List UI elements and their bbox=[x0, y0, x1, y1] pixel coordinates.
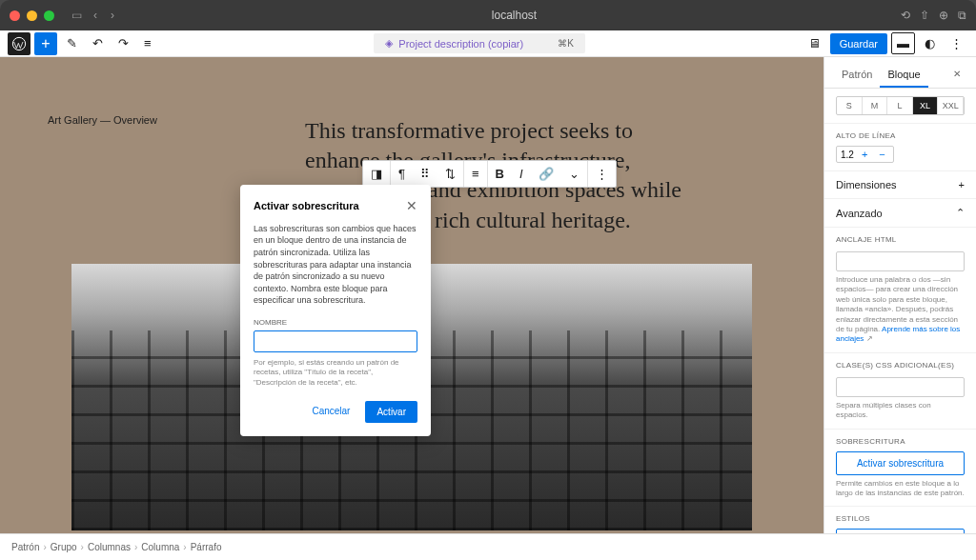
list-view-button[interactable]: ≡ bbox=[138, 32, 157, 54]
copy-icon[interactable]: ⊕ bbox=[939, 9, 948, 22]
tabs-icon[interactable]: ⧉ bbox=[958, 9, 966, 22]
kbd-shortcut: ⌘K bbox=[558, 38, 574, 49]
estilos-label: ESTILOS bbox=[836, 514, 965, 523]
more-options-icon[interactable]: ⋮ bbox=[945, 32, 968, 54]
diamond-icon: ◈ bbox=[385, 37, 393, 50]
clases-input[interactable] bbox=[836, 377, 965, 397]
tab-patron[interactable]: Patrón bbox=[834, 63, 880, 88]
traffic-lights bbox=[10, 10, 54, 21]
main-layout: Art Gallery — Overview This transformati… bbox=[0, 57, 976, 533]
chevron-up-icon[interactable]: ⌃ bbox=[956, 207, 965, 219]
project-label: Project description (copiar) bbox=[398, 38, 523, 50]
editor-canvas[interactable]: Art Gallery — Overview This transformati… bbox=[0, 57, 824, 533]
redo-button[interactable]: ↷ bbox=[112, 32, 134, 54]
sidebar-close-button[interactable]: ✕ bbox=[947, 63, 966, 88]
settings-panel-toggle[interactable]: ▬ bbox=[891, 32, 915, 54]
dimensiones-label[interactable]: Dimensiones bbox=[836, 179, 897, 190]
avanzado-label[interactable]: Avanzado bbox=[836, 208, 883, 219]
anclaje-input[interactable] bbox=[836, 251, 965, 271]
sobrescritura-label: SOBRESCRITURA bbox=[836, 437, 965, 446]
forward-button[interactable]: › bbox=[105, 7, 120, 24]
clases-label: CLASE(S) CSS ADICIONAL(ES) bbox=[836, 361, 965, 370]
save-button[interactable]: Guardar bbox=[830, 33, 887, 54]
add-block-button[interactable]: + bbox=[34, 32, 57, 55]
sobrescritura-help: Permite cambios en este bloque a lo larg… bbox=[836, 479, 965, 499]
size-m[interactable]: M bbox=[863, 97, 888, 114]
wordpress-logo[interactable] bbox=[8, 32, 30, 55]
line-height-increase[interactable]: + bbox=[858, 149, 871, 160]
modal-description: Las sobrescrituras son cambios que haces… bbox=[254, 223, 417, 307]
styles-toggle-icon[interactable]: ◐ bbox=[919, 32, 941, 54]
apply-globally-button[interactable]: Aplicar globalmente bbox=[836, 529, 965, 533]
activate-button[interactable]: Activar bbox=[365, 401, 417, 423]
font-size-pills: S M L XL XXL bbox=[836, 96, 965, 115]
block-breadcrumb: Patrón› Grupo› Columnas› Columna› Párraf… bbox=[0, 533, 976, 560]
anclaje-help: Introduce una palabra o dos —sin espacio… bbox=[836, 275, 965, 345]
close-window-button[interactable] bbox=[10, 10, 20, 21]
bc-patron[interactable]: Patrón bbox=[11, 542, 39, 552]
settings-sidebar: Patrón Bloque ✕ S M L XL XXL ALTO DE LÍN… bbox=[824, 57, 976, 533]
cancel-button[interactable]: Cancelar bbox=[304, 401, 357, 423]
size-s[interactable]: S bbox=[837, 97, 863, 114]
line-height-decrease[interactable]: − bbox=[875, 149, 888, 160]
minimize-window-button[interactable] bbox=[27, 10, 37, 21]
size-xl[interactable]: XL bbox=[913, 97, 939, 114]
editor-topbar: + ✎ ↶ ↷ ≡ ◈ Project description (copiar)… bbox=[0, 30, 976, 57]
line-height-label: ALTO DE LÍNEA bbox=[836, 131, 965, 140]
desktop-view-icon[interactable]: 🖥 bbox=[803, 32, 826, 54]
anclaje-label: ANCLAJE HTML bbox=[836, 235, 965, 244]
modal-close-button[interactable]: ✕ bbox=[406, 198, 417, 213]
modal-name-label: NOMBRE bbox=[254, 318, 417, 327]
activate-override-modal: Activar sobrescritura ✕ Las sobrescritur… bbox=[240, 185, 431, 436]
maximize-window-button[interactable] bbox=[44, 10, 54, 21]
share-icon[interactable]: ⇧ bbox=[920, 9, 929, 22]
sidebar-toggle-icon[interactable]: ▭ bbox=[66, 7, 88, 24]
line-height-control: 1.2 + − bbox=[836, 146, 894, 163]
size-xxl[interactable]: XXL bbox=[938, 97, 964, 114]
bc-grupo[interactable]: Grupo bbox=[51, 542, 77, 552]
url-text[interactable]: localhost bbox=[492, 9, 537, 22]
tab-bloque[interactable]: Bloque bbox=[880, 63, 927, 88]
bc-columnas[interactable]: Columnas bbox=[88, 542, 131, 552]
undo-button[interactable]: ↶ bbox=[87, 32, 109, 54]
project-selector[interactable]: ◈ Project description (copiar) ⌘K bbox=[374, 33, 585, 53]
edit-tool-icon[interactable]: ✎ bbox=[61, 32, 83, 54]
back-button[interactable]: ‹ bbox=[88, 7, 103, 24]
activate-override-button[interactable]: Activar sobrescritura bbox=[836, 451, 965, 475]
modal-help-text: Por ejemplo, si estás creando un patrón … bbox=[254, 358, 417, 388]
clases-help: Separa múltiples clases con espacios. bbox=[836, 401, 965, 421]
reader-icon[interactable]: ⟲ bbox=[901, 9, 910, 22]
bc-columna[interactable]: Columna bbox=[141, 542, 179, 552]
override-name-input[interactable] bbox=[254, 330, 417, 352]
size-l[interactable]: L bbox=[887, 97, 913, 114]
modal-title: Activar sobrescritura bbox=[254, 200, 359, 211]
bc-parrafo[interactable]: Párrafo bbox=[191, 542, 222, 552]
plus-icon[interactable]: + bbox=[959, 179, 965, 190]
modal-overlay: Activar sobrescritura ✕ Las sobrescritur… bbox=[0, 114, 671, 507]
line-height-value: 1.2 bbox=[841, 150, 854, 160]
browser-chrome: ▭ ‹ › localhost ⟲ ⇧ ⊕ ⧉ bbox=[0, 0, 976, 30]
